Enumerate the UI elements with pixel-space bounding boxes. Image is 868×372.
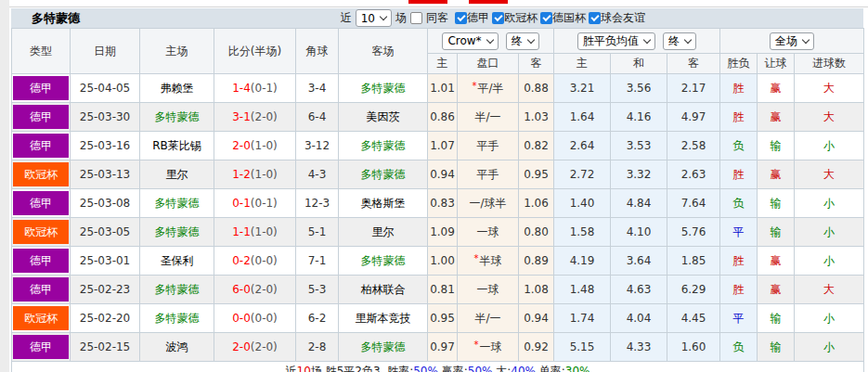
fulltime-score: 0-1 [232,197,251,210]
cell-league-type: 德甲 [12,189,71,218]
sub-header-avg-draw: 和 [611,54,667,74]
odds-group-header: Crow* 终 [428,29,554,54]
cell-asia-home-odds: 1.01 [428,74,458,103]
fulltime-score: 6-0 [232,283,251,296]
cell-goals-result: 大 [795,103,864,132]
chevron-down-icon [380,13,387,20]
avg-state-value: 终 [668,33,680,49]
handicap-text: 半/一 [474,110,500,123]
sub-header-avg-lose: 客 [667,54,720,74]
cell-score: 0-1(0-1) [214,189,296,218]
cell-avg-win-odds: 1.40 [554,189,611,218]
fulltime-score: 0-2 [232,254,251,267]
league-filter-label[interactable]: 球会友谊 [601,10,645,26]
cell-goals-result: 小 [795,333,864,362]
same-away-label[interactable]: 同客 [426,10,448,26]
cell-league-type: 德甲 [12,333,71,362]
cell-date: 25-03-13 [71,160,140,189]
table-row: 德甲 25-02-15 波鸿 2-0(2-0) 2-8 多特蒙德 0.97 *一… [12,333,864,362]
cell-goals-result: 大 [795,276,864,304]
cell-avg-win-odds: 2.72 [554,160,611,189]
match-count-select[interactable]: 10 [356,9,392,27]
league-badge: 欧冠杯 [13,220,69,244]
filter-controls: 近 10 场 同客 德甲 欧冠杯 德国杯 球会友谊 [341,9,645,27]
col-header-date: 日期 [71,29,140,74]
cell-avg-lose-odds: 1.85 [667,247,720,276]
league-filter-checkbox[interactable] [492,12,504,24]
cell-handicap-result: 赢 [758,247,795,276]
cell-corners: 6-4 [296,103,339,132]
cell-asia-home-odds: 0.86 [428,103,458,132]
cell-handicap: *一球 [458,218,519,247]
cell-corners: 3-4 [296,74,339,103]
games-label: 场 [395,10,407,26]
cell-winloss-result: 胜 [720,103,758,132]
cell-handicap-result: 赢 [758,160,795,189]
cell-avg-draw-odds: 4.84 [611,189,667,218]
summary-segment: 40% [511,365,536,372]
league-badge: 德甲 [13,134,69,158]
cell-handicap-result: 输 [758,189,795,218]
league-filter-checkbox[interactable] [455,12,467,24]
cell-away-team: 多特蒙德 [339,160,428,189]
table-row: 欧冠杯 25-02-20 多特蒙德 0-0(0-0) 6-2 里斯本竞技 0.9… [12,304,864,333]
top-divider [9,6,868,7]
cropped-red-tab [408,0,447,4]
cell-league-type: 德甲 [12,276,71,304]
avg-odds-select[interactable]: 胜平负均值 [577,32,655,50]
cell-avg-lose-odds: 6.29 [667,276,720,304]
cell-asia-home-odds: 1.09 [428,218,458,247]
cell-winloss-result: 胜 [720,160,758,189]
match-history-table: 类型 日期 主场 比分(半场) 角球 客场 Crow* 终 [11,28,864,372]
cell-goals-result: 大 [795,74,864,103]
cell-asia-home-odds: 0.97 [428,333,458,362]
table-row: 德甲 25-02-23 多特蒙德 6-0(2-0) 5-3 柏林联合 0.81 … [12,276,864,304]
cell-handicap: *平/半 [458,74,519,103]
cell-league-type: 欧冠杯 [12,218,71,247]
scope-select[interactable]: 全场 [770,32,814,50]
cell-handicap-result: 赢 [758,74,795,103]
league-filter-checkbox[interactable] [540,12,552,24]
league-filter-label[interactable]: 欧冠杯 [504,10,538,26]
avg-state-select[interactable]: 终 [663,32,696,50]
cell-corners: 6-2 [296,304,339,333]
cell-avg-draw-odds: 4.63 [611,276,667,304]
cell-home-team: 多特蒙德 [140,218,214,247]
halftime-score: (0-0) [251,312,278,325]
cell-winloss-result: 负 [720,132,758,160]
cell-handicap-result: 输 [758,132,795,160]
league-filter-label[interactable]: 德国杯 [552,10,586,26]
cell-asia-home-odds: 0.94 [428,160,458,189]
cell-score: 0-2(0-0) [214,247,296,276]
avg-group-header: 胜平负均值 终 [554,29,720,54]
cell-handicap-result: 赢 [758,103,795,132]
halftime-score: (2-0) [251,283,278,296]
sub-header-avg-win: 主 [554,54,611,74]
cell-avg-draw-odds: 4.33 [611,333,667,362]
handicap-text: 半球 [480,254,502,267]
cell-avg-win-odds: 4.19 [554,247,611,276]
cell-date: 25-03-16 [71,132,140,160]
odds-state-select[interactable]: 终 [506,32,539,50]
cell-avg-lose-odds: 7.64 [667,189,720,218]
cell-date: 25-03-05 [71,218,140,247]
same-away-checkbox[interactable] [410,12,422,24]
sub-header-asia-home: 主 [428,54,458,74]
league-filter-item: 德甲 [455,10,489,26]
cell-avg-draw-odds: 4.04 [611,304,667,333]
cell-corners: 5-1 [296,218,339,247]
cell-date: 25-03-08 [71,189,140,218]
table-row: 欧冠杯 25-03-05 多特蒙德 1-1(1-0) 5-1 里尔 1.09 *… [12,218,864,247]
cell-winloss-result: 胜 [720,74,758,103]
summary-segment: 场,胜5平2负3, 胜率: [311,365,413,372]
chevron-down-icon [486,35,493,43]
league-badge: 德甲 [13,76,69,100]
cell-handicap: *平手 [458,132,519,160]
league-filter-checkbox[interactable] [589,12,601,24]
league-filter-label[interactable]: 德甲 [467,10,489,26]
cell-avg-win-odds: 3.21 [554,74,611,103]
cell-score: 1-1(1-0) [214,218,296,247]
odds-company-select[interactable]: Crow* [442,32,498,50]
cell-date: 25-02-23 [71,276,140,304]
cell-winloss-result: 平 [720,304,758,333]
